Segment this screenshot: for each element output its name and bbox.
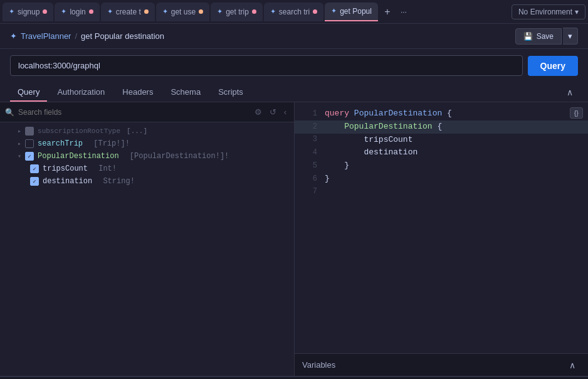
save-button[interactable]: 💾 Save (515, 28, 562, 45)
tab-icon-search-tri: ✦ (270, 8, 276, 16)
tab-label-login: login (70, 8, 85, 16)
code-line-4: 4 destination (295, 146, 588, 159)
tab-dot-get-use (199, 9, 203, 14)
list-item: destination String! (0, 175, 294, 188)
tab-label-signup: signup (18, 8, 39, 16)
tab-label-create: create t (116, 8, 141, 16)
line-number: 6 (300, 173, 317, 185)
variables-section: Variables ∧ (295, 353, 588, 376)
field-type: [PopularDestination!]! (125, 152, 229, 161)
tab-dot-get-trip (252, 9, 256, 14)
add-tab-button[interactable]: + (379, 4, 396, 20)
app-icon: ✦ (10, 31, 17, 41)
code-content: tripsCount (325, 134, 412, 147)
chevron-down-icon: ▾ (575, 8, 579, 16)
tab-icon-get-trip: ✦ (217, 8, 223, 16)
editor-area[interactable]: 1 query PopularDestination { 2 PopularDe… (295, 102, 588, 353)
chevron-open-icon[interactable]: ▾ (18, 152, 21, 160)
filter-icon[interactable]: ⚙ (252, 106, 265, 118)
tab-query[interactable]: Query (10, 82, 47, 102)
editor-toolbar: {} (570, 107, 583, 119)
braces-button[interactable]: {} (570, 107, 583, 119)
search-bar: 🔍 ⚙ ↺ ‹ (0, 102, 294, 122)
field-checkbox[interactable] (25, 152, 34, 161)
chevron-icon[interactable]: ▸ (18, 140, 21, 147)
line-number: 4 (300, 147, 317, 159)
tab-bar: ✦ signup ✦ login ✦ create t ✦ get use ✦ … (0, 0, 588, 24)
env-selector[interactable]: No Environment ▾ (512, 4, 585, 19)
refresh-icon[interactable]: ↺ (267, 106, 279, 118)
breadcrumb-app[interactable]: TravelPlanner (21, 31, 71, 41)
field-checkbox[interactable] (25, 139, 34, 148)
tab-login[interactable]: ✦ login (55, 3, 99, 21)
tab-icon-get-popular: ✦ (331, 7, 337, 15)
url-bar: Query (0, 49, 588, 82)
tab-get-use[interactable]: ✦ get use (156, 3, 209, 21)
tab-headers[interactable]: Headers (115, 82, 160, 102)
field-name: PopularDestination (38, 152, 119, 161)
list-item: tripsCount Int! (0, 163, 294, 175)
collapse-panel-button[interactable]: ∧ (562, 85, 578, 100)
variables-collapse-button[interactable]: ∧ (564, 358, 580, 373)
code-line-5: 5 } (295, 159, 588, 173)
field-name: subscriptionRootType (38, 127, 120, 135)
tab-authorization[interactable]: Authorization (50, 82, 112, 102)
tab-label-get-use: get use (171, 8, 196, 16)
line-number: 2 (300, 121, 317, 133)
field-checkbox[interactable] (30, 177, 39, 186)
sub-tabs-right: ∧ (562, 85, 578, 100)
save-button-label: Save (537, 32, 554, 41)
tab-dot-login (89, 9, 93, 14)
query-button[interactable]: Query (528, 56, 578, 76)
field-name: destination (43, 177, 92, 186)
tab-create[interactable]: ✦ create t (101, 3, 155, 21)
chevron-icon[interactable]: ▸ (18, 127, 21, 135)
code-content: PopularDestination { (325, 120, 442, 134)
breadcrumb-separator: / (75, 31, 77, 41)
tab-icon-login: ✦ (61, 8, 66, 16)
bottom-panel: Body Headers Test Results Status: 200 OK… (0, 376, 588, 379)
collapse-icon[interactable]: ‹ (281, 106, 289, 118)
tab-dot-signup (43, 9, 47, 14)
header-actions: 💾 Save ▾ (515, 28, 578, 45)
line-number: 1 (300, 108, 317, 120)
field-checkbox[interactable] (30, 164, 39, 173)
code-line-6: 6 } (295, 173, 588, 186)
code-line-1: 1 query PopularDestination { (295, 107, 588, 120)
save-icon: 💾 (523, 32, 533, 41)
save-dropdown-button[interactable]: ▾ (563, 28, 578, 45)
tab-search-tri[interactable]: ✦ search tri (264, 3, 323, 21)
tab-get-popular[interactable]: ✦ get Popul (325, 3, 378, 21)
left-panel: 🔍 ⚙ ↺ ‹ ▸ subscriptionRootType [...] ▸ s… (0, 102, 295, 376)
main-content: 🔍 ⚙ ↺ ‹ ▸ subscriptionRootType [...] ▸ s… (0, 102, 588, 376)
toolbar-icons: ⚙ ↺ ‹ (252, 106, 289, 118)
list-item: ▸ subscriptionRootType [...] (0, 125, 294, 137)
field-type: Int! (94, 164, 117, 173)
tab-signup[interactable]: ✦ signup (3, 3, 53, 21)
search-input[interactable] (18, 108, 248, 117)
tab-label-search-tri: search tri (279, 8, 310, 16)
list-item: ▸ searchTrip [Trip!]! (0, 137, 294, 150)
tab-dot-search-tri (313, 9, 317, 14)
tab-get-trip[interactable]: ✦ get trip (211, 3, 263, 21)
field-type: String! (98, 177, 135, 186)
url-input[interactable] (10, 55, 523, 76)
field-checkbox[interactable] (25, 127, 34, 136)
tab-schema[interactable]: Schema (163, 82, 208, 102)
code-line-3: 3 tripsCount (295, 134, 588, 147)
variables-label: Variables (302, 360, 335, 370)
right-panel: 1 query PopularDestination { 2 PopularDe… (295, 102, 588, 376)
code-content: } (325, 159, 349, 173)
code-content: destination (325, 146, 417, 159)
more-tabs-button[interactable]: ··· (396, 4, 412, 20)
tab-icon-get-use: ✦ (162, 8, 168, 16)
sub-tabs: Query Authorization Headers Schema Scrip… (0, 82, 588, 102)
field-name: tripsCount (43, 164, 88, 173)
field-type: [Trip!]! (89, 139, 130, 148)
field-list: ▸ subscriptionRootType [...] ▸ searchTri… (0, 122, 294, 376)
tab-scripts[interactable]: Scripts (211, 82, 251, 102)
search-icon: 🔍 (5, 108, 14, 117)
breadcrumb: ✦ TravelPlanner / get Popular destinatio… (10, 31, 164, 41)
line-number: 5 (300, 160, 317, 172)
tab-icon-create: ✦ (107, 8, 113, 16)
